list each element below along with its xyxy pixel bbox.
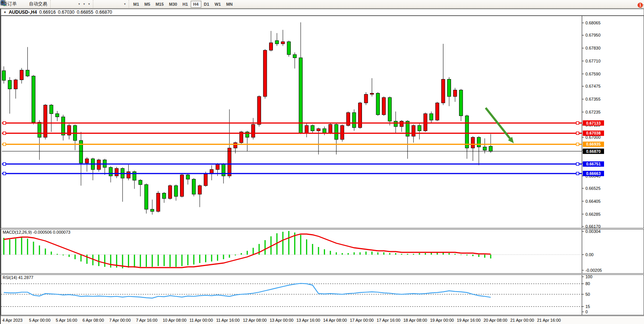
macd-pane[interactable]: MACD(12,26,9) -0.000506 0.000073 0.00304… (1, 229, 644, 274)
svg-text:0.66525: 0.66525 (585, 186, 601, 191)
time-label: 10 Apr 08:00 (163, 318, 187, 322)
svg-text:0.68065: 0.68065 (585, 21, 601, 25)
ohlc-close: 0.66870 (96, 10, 112, 15)
auto-trading-label: 自动交易 (29, 1, 47, 7)
svg-text:0.66870: 0.66870 (586, 149, 601, 154)
svg-text:0.00304: 0.00304 (585, 229, 601, 234)
line-handle[interactable] (576, 163, 579, 165)
svg-text:0.66663: 0.66663 (586, 171, 601, 176)
svg-text:0.66405: 0.66405 (585, 199, 601, 204)
channel-tool-button[interactable]: E (110, 0, 113, 8)
timeframe-d1[interactable]: D1 (201, 1, 212, 8)
svg-text:0.67355: 0.67355 (585, 97, 601, 101)
rsi-line (4, 283, 491, 298)
tile-windows-button[interactable] (67, 0, 70, 8)
timeframe-mn[interactable]: MN (223, 1, 235, 8)
candlestick-mode-button[interactable] (55, 0, 58, 8)
candlestick-chart[interactable]: 0.680650.679500.678300.677100.675900.674… (1, 16, 644, 228)
macd-chart[interactable]: 0.003040.00-0.00205 (1, 229, 644, 273)
text-tool-button[interactable]: A (116, 0, 119, 8)
chart-window: ▼ AUDUSD-,H4 0.66916 0.67030 0.66855 0.6… (0, 8, 644, 324)
cursor-tool-button[interactable] (95, 0, 98, 8)
svg-text:0.00: 0.00 (585, 252, 593, 257)
crosshair-tool-button[interactable] (98, 0, 101, 8)
auto-scroll-button[interactable] (70, 0, 73, 8)
line-handle[interactable] (3, 163, 6, 165)
time-label: 19 Apr 16:00 (457, 318, 480, 322)
horizontal-line-tool-button[interactable] (104, 0, 107, 8)
svg-text:0.67950: 0.67950 (585, 33, 601, 37)
fibonacci-tool-button[interactable]: F (113, 0, 116, 8)
templates-caret-icon: ▾ (88, 2, 90, 6)
svg-text:0.67475: 0.67475 (585, 84, 601, 88)
arrows-tool-button[interactable]: ▾ (122, 0, 127, 8)
ohlc-open: 0.66916 (39, 10, 56, 15)
time-label: 4 Apr 2023 (2, 318, 22, 322)
search-icon[interactable] (0, 0, 6, 6)
trendline-tool-button[interactable] (107, 0, 110, 8)
signals-button[interactable] (24, 0, 27, 8)
line-handle[interactable] (576, 122, 579, 124)
line-handle[interactable] (3, 132, 6, 135)
svg-text:0.67710: 0.67710 (585, 59, 601, 63)
rsi-pane[interactable]: RSI(14) 41.2877 1008050150 (1, 274, 644, 315)
symbol-dropdown-icon[interactable]: ▼ (3, 11, 6, 14)
time-label: 11 Apr 00:00 (190, 318, 213, 322)
time-label: 19 Apr 00:00 (430, 318, 454, 322)
svg-text:50: 50 (585, 292, 590, 297)
trend-arrow[interactable] (486, 108, 514, 143)
time-axis[interactable]: 4 Apr 20235 Apr 00:005 Apr 16:006 Apr 08… (1, 316, 644, 324)
line-handle[interactable] (3, 122, 6, 124)
time-label: 5 Apr 16:00 (56, 318, 77, 322)
line-handle[interactable] (576, 143, 579, 146)
periods-caret-icon: ▾ (83, 2, 85, 6)
zoom-in-button[interactable] (61, 0, 64, 8)
timeframe-m15[interactable]: M15 (153, 1, 166, 8)
vertical-line-tool-button[interactable] (101, 0, 104, 8)
highlight-tool-button[interactable] (18, 0, 21, 8)
ohlc-low: 0.66855 (77, 10, 93, 15)
line-handle[interactable] (576, 172, 579, 175)
time-label: 20 Apr 08:00 (484, 318, 507, 322)
timeframe-h4[interactable]: H4 (191, 1, 201, 8)
svg-text:15: 15 (585, 304, 590, 309)
line-chart-mode-button[interactable] (58, 0, 61, 8)
toolbar: 新订单 自动交易 (0, 0, 644, 8)
line-handle[interactable] (576, 132, 579, 135)
indicators-caret-icon: ▾ (78, 2, 80, 6)
timeframe-m5[interactable]: M5 (142, 1, 153, 8)
svg-text:0.67038: 0.67038 (586, 131, 601, 135)
indicators-button[interactable]: ▾ (77, 0, 81, 8)
svg-text:0: 0 (585, 310, 588, 314)
rsi-label: RSI(14) 41.2877 (3, 275, 33, 280)
line-handle[interactable] (3, 143, 6, 146)
time-label: 7 Apr 16:00 (136, 318, 157, 322)
templates-button[interactable]: ▾ (86, 0, 91, 8)
timeframe-h1[interactable]: H1 (180, 1, 190, 8)
zoom-out-button[interactable] (64, 0, 67, 8)
label-tool-button[interactable]: T (119, 0, 122, 8)
time-label: 13 Apr 16:00 (296, 318, 320, 322)
periods-button[interactable]: ▾ (81, 0, 86, 8)
time-label: 11 Apr 16:00 (216, 318, 240, 322)
bar-chart-mode-button[interactable] (52, 0, 55, 8)
timeframe-w1[interactable]: W1 (212, 1, 224, 8)
auto-trading-button[interactable]: 自动交易 (27, 0, 49, 8)
rsi-chart[interactable]: 1008050150 (1, 275, 644, 315)
price-chart-pane[interactable]: 0.680650.679500.678300.677100.675900.674… (1, 16, 644, 228)
svg-text:0.67830: 0.67830 (585, 46, 601, 50)
svg-text:0.66170: 0.66170 (585, 224, 601, 228)
timeframe-m30[interactable]: M30 (166, 1, 180, 8)
time-label: 6 Apr 08:00 (83, 318, 104, 322)
market-watch-button[interactable] (21, 0, 24, 8)
line-handle[interactable] (3, 172, 6, 175)
time-label: 12 Apr 08:00 (243, 318, 266, 322)
timeframe-m1[interactable]: M1 (131, 1, 142, 8)
ohlc-high: 0.67030 (58, 10, 74, 15)
notification-badge: 1 (638, 3, 643, 8)
chart-shift-button[interactable] (73, 0, 77, 8)
time-label: 17 Apr 00:00 (350, 318, 373, 322)
chart-symbol: AUDUSD-,H4 (9, 10, 37, 15)
svg-text:0.66751: 0.66751 (586, 162, 601, 166)
time-label: 17 Apr 16:00 (377, 318, 400, 322)
